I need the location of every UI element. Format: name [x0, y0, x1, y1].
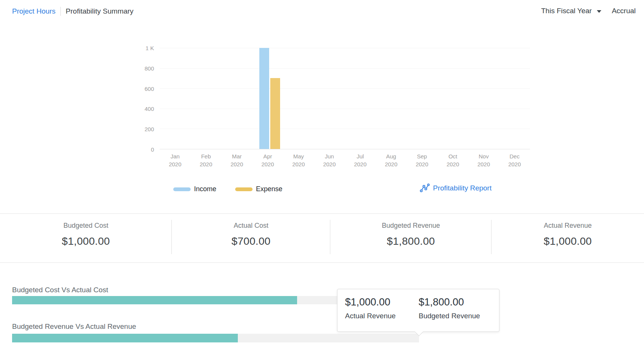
revenue-progress-bar[interactable]	[12, 334, 419, 342]
revenue-tooltip: $1,000.00 Actual Revenue $1,800.00 Budge…	[337, 289, 499, 332]
expense-bar-apr[interactable]	[270, 78, 280, 149]
header-controls: This Fiscal Year Accrual	[541, 7, 636, 15]
gridline	[160, 68, 530, 69]
card-label: Actual Cost	[172, 222, 330, 230]
accrual-toggle[interactable]: Accrual	[612, 7, 636, 15]
tooltip-budgeted-revenue: $1,800.00 Budgeted Revenue	[419, 296, 480, 331]
y-tick: 400	[145, 106, 154, 112]
x-axis-label: Sep2020	[407, 152, 438, 168]
profitability-report-link[interactable]: Profitability Report	[420, 183, 491, 193]
y-tick: 600	[145, 85, 154, 92]
card-value: $700.00	[172, 235, 330, 247]
legend-item-expense[interactable]: Expense	[235, 185, 282, 193]
tooltip-label: Budgeted Revenue	[419, 312, 480, 320]
y-tick: 0	[151, 146, 154, 153]
revenue-progress-fill	[12, 334, 238, 342]
progress-label-cost: Budgeted Cost Vs Actual Cost	[12, 286, 108, 294]
gridline	[160, 109, 530, 109]
project-hours-link[interactable]: Project Hours	[12, 7, 55, 15]
summary-band: Budgeted Cost $1,000.00 Actual Cost $700…	[0, 213, 644, 263]
expense-swatch	[235, 187, 253, 191]
tooltip-actual-revenue: $1,000.00 Actual Revenue	[345, 296, 419, 331]
bar-chart-plot-area	[160, 48, 530, 149]
page-title: Profitability Summary	[66, 7, 134, 15]
x-axis-label: Jul2020	[345, 152, 376, 168]
x-axis-label: Dec2020	[499, 152, 530, 168]
summary-card-budgeted-revenue: Budgeted Revenue $1,800.00	[330, 214, 491, 262]
x-axis-label: Oct2020	[438, 152, 468, 168]
y-tick: 800	[145, 65, 154, 71]
x-axis-label: Nov2020	[468, 152, 499, 168]
y-tick: 1 K	[145, 45, 154, 51]
card-label: Budgeted Cost	[0, 222, 172, 230]
breadcrumb-divider	[60, 7, 61, 16]
summary-card-budgeted-cost: Budgeted Cost $1,000.00	[0, 214, 172, 262]
summary-card-actual-revenue: Actual Revenue $1,000.00	[491, 214, 644, 262]
card-value: $1,000.00	[0, 235, 172, 247]
card-value: $1,800.00	[330, 235, 491, 247]
chevron-down-icon	[597, 10, 601, 13]
y-tick: 200	[145, 126, 154, 132]
x-axis-label: Feb2020	[191, 152, 222, 168]
header-breadcrumb: Project Hours Profitability Summary	[12, 7, 134, 16]
card-label: Budgeted Revenue	[330, 222, 491, 230]
chart-legend: Income Expense	[173, 185, 282, 193]
progress-label-revenue: Budgeted Revenue Vs Actual Revenue	[12, 322, 136, 331]
trend-chart-icon	[420, 183, 430, 193]
x-axis-label: Mar2020	[222, 152, 253, 168]
gridline	[160, 48, 530, 48]
profitability-summary-page: Project Hours Profitability Summary This…	[0, 0, 644, 359]
fiscal-year-label: This Fiscal Year	[541, 7, 592, 15]
chart-y-axis: 1 K 800 600 400 200 0	[125, 48, 154, 149]
income-swatch	[173, 187, 191, 191]
x-axis-label: Apr2020	[252, 152, 283, 168]
tooltip-value: $1,800.00	[419, 296, 480, 308]
tooltip-value: $1,000.00	[345, 296, 419, 308]
chart-x-axis: Jan2020 Feb2020 Mar2020 Apr2020 May2020 …	[160, 152, 530, 168]
card-label: Actual Revenue	[491, 222, 644, 230]
legend-item-income[interactable]: Income	[173, 185, 216, 193]
cost-progress-fill	[12, 296, 297, 304]
income-bar-apr[interactable]	[259, 48, 269, 149]
card-value: $1,000.00	[491, 235, 644, 247]
tooltip-label: Actual Revenue	[345, 312, 419, 320]
x-axis-label: May2020	[283, 152, 314, 168]
x-axis-label: Jan2020	[160, 152, 191, 168]
gridline	[160, 129, 530, 129]
fiscal-year-dropdown[interactable]: This Fiscal Year	[541, 7, 601, 15]
x-axis-label: Jun2020	[314, 152, 345, 168]
legend-label-income: Income	[194, 185, 216, 193]
legend-label-expense: Expense	[256, 185, 282, 193]
summary-card-actual-cost: Actual Cost $700.00	[172, 214, 330, 262]
profitability-report-label: Profitability Report	[433, 184, 491, 192]
gridline	[160, 88, 530, 89]
x-axis-label: Aug2020	[376, 152, 407, 168]
